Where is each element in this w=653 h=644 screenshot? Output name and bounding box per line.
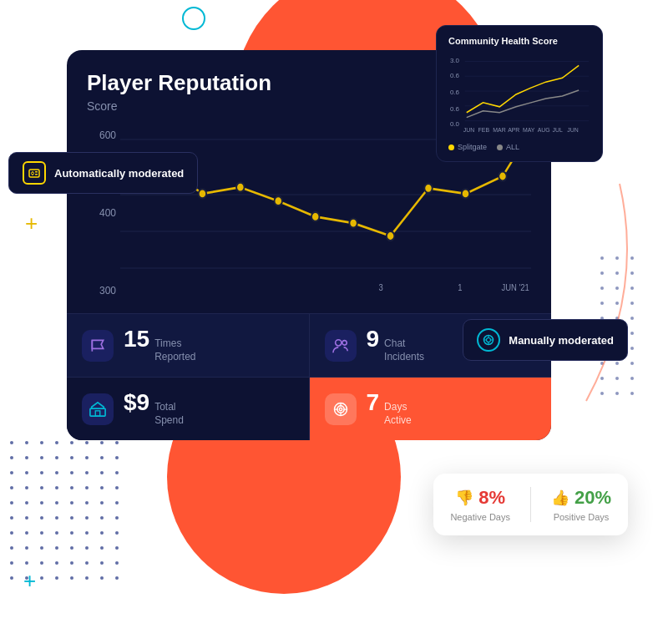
legend-dot-all (497, 145, 503, 150)
y-label-300: 300 (87, 285, 116, 297)
manual-badge-icon (477, 328, 500, 352)
negative-days-item: 👎 8% Negative Days (450, 487, 510, 522)
svg-rect-48 (35, 174, 38, 175)
svg-point-50 (487, 338, 491, 342)
plus-icon-yellow: + (25, 210, 38, 236)
manual-moderated-badge: Manually moderated (463, 319, 628, 361)
svg-rect-47 (35, 171, 38, 173)
circle-decoration-top (182, 7, 205, 30)
health-card-title: Community Health Score (448, 36, 590, 46)
svg-rect-41 (95, 411, 99, 416)
y-label-400: 400 (87, 207, 116, 219)
svg-text:FEB: FEB (478, 127, 490, 133)
stat-label-chat: ChatIncidents (384, 337, 424, 363)
y-label-600: 600 (87, 129, 116, 141)
stat-number-spend: $9 (124, 391, 149, 414)
stat-number-days: 7 (367, 391, 380, 414)
svg-text:AUG: AUG (538, 127, 550, 133)
svg-point-29 (387, 231, 394, 241)
svg-point-43 (337, 406, 343, 413)
stat-card-days: 7 DaysActive (310, 377, 552, 440)
legend-label-all: ALL (506, 143, 519, 151)
svg-text:0.0: 0.0 (450, 120, 460, 128)
stat-icon-bank (82, 393, 114, 425)
health-chart: 3.0 0.6 0.6 0.6 0.0 JUN FEB MAR APR MAY … (448, 53, 590, 136)
svg-text:1: 1 (458, 283, 463, 293)
positive-days-item: 👍 20% Positive Days (551, 487, 611, 522)
svg-text:3: 3 (379, 283, 384, 293)
svg-point-26 (275, 196, 282, 205)
health-score-card: Community Health Score 3.0 0.6 0.6 0.6 0… (436, 25, 603, 162)
stats-row-2: $9 TotalSpend 7 DaysActive (67, 377, 551, 440)
svg-text:0.6: 0.6 (450, 72, 460, 79)
svg-point-32 (499, 172, 506, 181)
svg-point-39 (342, 340, 346, 344)
legend-splitgate: Splitgate (448, 143, 487, 151)
stat-icon-users (325, 330, 357, 362)
legend-all: ALL (497, 143, 519, 151)
svg-text:MAY: MAY (523, 127, 535, 133)
stat-icon-flag (82, 330, 114, 362)
svg-text:APR: APR (508, 127, 519, 133)
svg-text:JUN: JUN (463, 127, 474, 133)
svg-text:0.6: 0.6 (450, 89, 460, 96)
auto-badge-icon (23, 161, 46, 185)
svg-point-27 (311, 212, 319, 221)
stat-label-reported: TimesReported (154, 337, 195, 363)
stat-icon-target (325, 393, 357, 425)
stat-number-reported: 15 (124, 327, 149, 351)
stat-label-days: DaysActive (384, 401, 412, 427)
chart-y-labels: 600 400 300 (87, 121, 116, 305)
svg-text:3.0: 3.0 (450, 57, 460, 64)
health-legend: Splitgate ALL (448, 143, 590, 151)
positive-label: Positive Days (554, 512, 610, 522)
svg-point-31 (462, 189, 469, 198)
svg-point-24 (199, 189, 206, 198)
svg-text:JUN '21: JUN '21 (501, 283, 529, 293)
positive-percent: 20% (575, 487, 611, 509)
svg-point-38 (335, 339, 341, 345)
svg-point-25 (236, 183, 244, 192)
auto-moderated-badge: Automatically moderated (8, 152, 198, 194)
stat-card-reported: 15 TimesReported (67, 313, 310, 377)
legend-label-splitgate: Splitgate (458, 143, 487, 151)
svg-text:0.6: 0.6 (450, 105, 460, 113)
stat-label-spend: TotalSpend (154, 401, 184, 427)
svg-text:JUL: JUL (553, 127, 563, 133)
negative-label: Negative Days (450, 512, 510, 522)
days-card: 👎 8% Negative Days 👍 20% Positive Days (433, 474, 628, 535)
auto-badge-text: Automatically moderated (54, 167, 184, 180)
stat-info-days: 7 DaysActive (367, 391, 412, 427)
negative-percent: 8% (478, 487, 505, 509)
stat-card-spend: $9 TotalSpend (67, 377, 310, 440)
svg-point-30 (424, 184, 432, 193)
svg-rect-40 (90, 408, 105, 416)
days-divider (530, 487, 531, 522)
stat-info-spend: $9 TotalSpend (124, 391, 184, 427)
stat-number-chat: 9 (367, 327, 380, 351)
legend-dot-splitgate (448, 145, 454, 150)
arc-decoration (536, 167, 636, 418)
svg-point-44 (339, 408, 342, 410)
svg-point-28 (349, 219, 357, 228)
stat-info-reported: 15 TimesReported (124, 327, 196, 363)
svg-text:JUN: JUN (567, 127, 578, 133)
svg-point-46 (32, 172, 34, 175)
stat-info-chat: 9 ChatIncidents (367, 327, 425, 363)
manual-badge-text: Manually moderated (509, 334, 614, 347)
plus-icon-teal: + (23, 568, 36, 594)
svg-text:MAR: MAR (493, 127, 505, 133)
